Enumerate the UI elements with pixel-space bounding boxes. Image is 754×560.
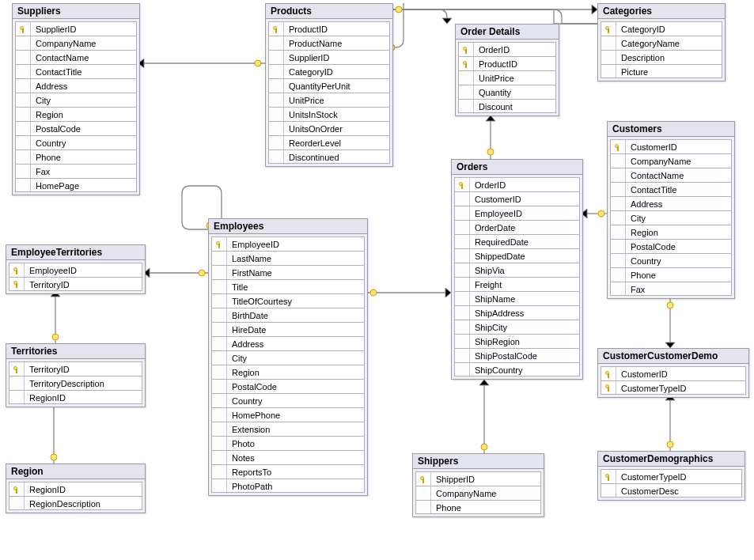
column-row[interactable]: RequiredDate [454,234,580,248]
column-row[interactable]: ShipName [454,291,580,305]
table-orders[interactable]: OrdersOrderIDCustomerIDEmployeeIDOrderDa… [451,159,583,380]
column-row[interactable]: CustomerTypeID [601,469,742,483]
table-orderdetails[interactable]: Order DetailsOrderIDProductIDUnitPriceQu… [455,24,559,116]
column-row[interactable]: ShipperID [415,471,541,486]
column-row[interactable]: CustomerTypeID [601,380,746,395]
column-row[interactable]: ContactTitle [15,64,137,78]
column-row[interactable]: ShipCity [454,320,580,334]
column-row[interactable]: City [211,350,365,365]
column-row[interactable]: TerritoryDescription [9,376,142,390]
column-row[interactable]: PostalCode [15,121,137,135]
column-row[interactable]: RegionID [9,482,142,496]
column-row[interactable]: ContactTitle [610,182,732,196]
column-row[interactable]: ProductID [458,56,556,70]
column-row[interactable]: PostalCode [211,379,365,393]
table-customers[interactable]: CustomersCustomerIDCompanyNameContactNam… [607,121,735,299]
column-row[interactable]: Freight [454,277,580,291]
column-row[interactable]: RegionID [9,390,142,404]
column-row[interactable]: PostalCode [610,239,732,253]
column-row[interactable]: TerritoryID [9,277,142,291]
column-row[interactable]: ShipAddress [454,305,580,320]
column-row[interactable]: ProductID [268,21,390,36]
column-row[interactable]: ShipPostalCode [454,348,580,362]
column-row[interactable]: Phone [415,500,541,514]
column-row[interactable]: CategoryID [601,21,722,36]
column-row[interactable]: Quantity [458,85,556,99]
column-row[interactable]: CustomerDesc [601,483,742,498]
column-row[interactable]: EmployeeID [454,206,580,220]
column-row[interactable]: UnitsOnOrder [268,121,390,135]
table-region[interactable]: RegionRegionIDRegionDescription [6,464,146,513]
table-empterr[interactable]: EmployeeTerritoriesEmployeeIDTerritoryID [6,244,146,294]
column-row[interactable]: OrderID [458,42,556,56]
table-suppliers[interactable]: SuppliersSupplierIDCompanyNameContactNam… [12,3,140,195]
column-row[interactable]: Fax [610,282,732,296]
column-row[interactable]: Title [211,279,365,293]
column-row[interactable]: LastName [211,251,365,265]
column-row[interactable]: TerritoryID [9,361,142,376]
column-row[interactable]: Discontinued [268,149,390,164]
column-row[interactable]: Region [211,365,365,379]
column-row[interactable]: Notes [211,450,365,464]
column-row[interactable]: Description [601,50,722,64]
column-row[interactable]: OrderDate [454,220,580,234]
column-row[interactable]: Address [610,196,732,210]
column-row[interactable]: Phone [610,267,732,282]
column-row[interactable]: ContactName [15,50,137,64]
column-row[interactable]: HireDate [211,322,365,336]
column-row[interactable]: RegionDescription [9,496,142,510]
column-row[interactable]: Address [15,78,137,93]
column-row[interactable]: CompanyName [415,486,541,500]
column-row[interactable]: Extension [211,422,365,436]
column-row[interactable]: ContactName [610,168,732,182]
column-row[interactable]: Address [211,336,365,350]
column-row[interactable]: Photo [211,436,365,450]
column-row[interactable]: City [15,93,137,107]
column-row[interactable]: ShippedDate [454,248,580,263]
column-row[interactable]: ShipVia [454,263,580,277]
column-row[interactable]: UnitsInStock [268,107,390,121]
column-row[interactable]: SupplierID [268,50,390,64]
column-row[interactable]: QuantityPerUnit [268,78,390,93]
column-row[interactable]: FirstName [211,265,365,279]
column-row[interactable]: HomePage [15,178,137,192]
column-row[interactable]: Region [610,225,732,239]
column-row[interactable]: SupplierID [15,21,137,36]
column-row[interactable]: CategoryID [268,64,390,78]
column-row[interactable]: Picture [601,64,722,78]
column-row[interactable]: OrderID [454,177,580,191]
column-row[interactable]: ShipCountry [454,362,580,376]
table-employees[interactable]: EmployeesEmployeeIDLastNameFirstNameTitl… [208,218,368,496]
column-row[interactable]: ReorderLevel [268,135,390,149]
column-row[interactable]: Phone [15,149,137,164]
table-custdemo[interactable]: CustomerDemographicsCustomerTypeIDCustom… [597,451,745,501]
column-row[interactable]: ReportsTo [211,464,365,479]
table-categories[interactable]: CategoriesCategoryIDCategoryNameDescript… [597,3,726,81]
column-row[interactable]: Fax [15,164,137,178]
column-row[interactable]: CompanyName [610,153,732,168]
column-row[interactable]: Country [15,135,137,149]
column-row[interactable]: ProductName [268,36,390,50]
column-row[interactable]: ShipRegion [454,334,580,348]
column-row[interactable]: BirthDate [211,308,365,322]
table-custcustdemo[interactable]: CustomerCustomerDemoCustomerIDCustomerTy… [597,348,749,398]
column-row[interactable]: UnitPrice [458,70,556,85]
column-row[interactable]: TitleOfCourtesy [211,293,365,308]
column-row[interactable]: CategoryName [601,36,722,50]
column-row[interactable]: UnitPrice [268,93,390,107]
table-territories[interactable]: TerritoriesTerritoryIDTerritoryDescripti… [6,343,146,407]
column-row[interactable]: Country [610,253,732,267]
column-row[interactable]: Country [211,393,365,407]
column-row[interactable]: HomePhone [211,407,365,422]
column-row[interactable]: EmployeeID [211,236,365,251]
column-row[interactable]: City [610,210,732,225]
table-shippers[interactable]: ShippersShipperIDCompanyNamePhone [412,453,544,517]
table-products[interactable]: ProductsProductIDProductNameSupplierIDCa… [265,3,393,167]
column-row[interactable]: CustomerID [454,191,580,206]
column-row[interactable]: Region [15,107,137,121]
column-row[interactable]: PhotoPath [211,479,365,493]
column-row[interactable]: CustomerID [601,366,746,380]
column-row[interactable]: Discount [458,99,556,113]
column-row[interactable]: EmployeeID [9,263,142,277]
column-row[interactable]: CustomerID [610,139,732,153]
